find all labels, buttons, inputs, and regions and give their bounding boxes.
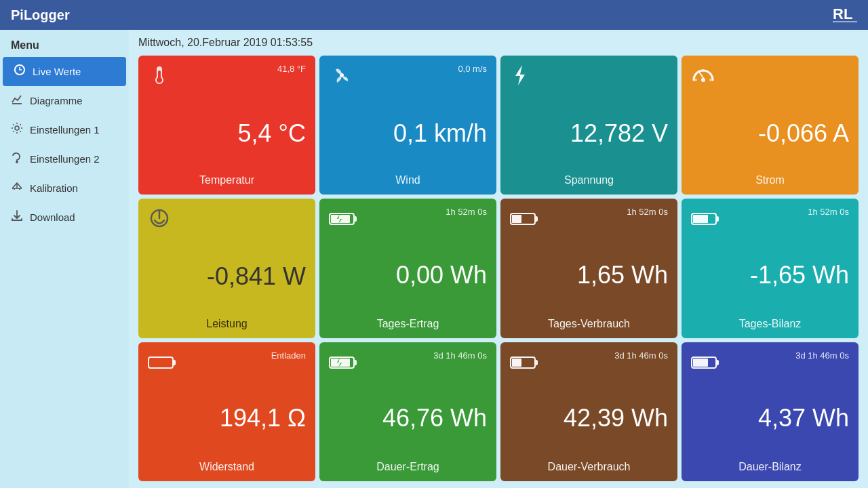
svg-rect-27 xyxy=(535,216,538,222)
tile-label-dauer-verbrauch: Dauer-Verbrauch xyxy=(510,461,668,473)
tile-label-dauer-bilanz: Dauer-Bilanz xyxy=(691,461,849,473)
menu-label: Menu xyxy=(0,30,129,57)
tile-label-leistung: Leistung xyxy=(148,318,306,330)
svg-marker-14 xyxy=(515,65,525,85)
svg-point-12 xyxy=(157,77,162,83)
tile-sub-dauer-bilanz: 3d 1h 46m 0s xyxy=(795,350,849,361)
tile-label-spannung: Spannung xyxy=(510,174,668,186)
tile-top-tages-verbrauch: 1h 52m 0s xyxy=(510,207,668,232)
battery-charging-icon xyxy=(329,207,357,232)
tile-value-wind: 0,1 km/h xyxy=(329,120,487,147)
tile-label-wind: Wind xyxy=(329,174,487,186)
tile-top-dauer-bilanz: 3d 1h 46m 0s xyxy=(691,350,849,375)
tile-value-dauer-bilanz: 4,37 Wh xyxy=(691,405,849,432)
sidebar-label-einstellungen1: Einstellungen 1 xyxy=(30,124,100,136)
tile-tages-bilanz: 1h 52m 0s -1,65 Wh Tages-Bilanz xyxy=(682,199,859,338)
tile-dauer-verbrauch: 3d 1h 46m 0s 42,39 Wh Dauer-Verbrauch xyxy=(500,342,677,481)
tile-top-strom xyxy=(691,64,849,92)
svg-rect-31 xyxy=(693,215,708,223)
tile-top-tages-bilanz: 1h 52m 0s xyxy=(691,207,849,232)
battery-half-icon xyxy=(691,207,719,232)
tile-label-tages-verbrauch: Tages-Verbrauch xyxy=(510,318,668,330)
lightning-icon xyxy=(510,64,530,92)
svg-rect-39 xyxy=(535,360,538,365)
tile-value-widerstand: 194,1 Ω xyxy=(148,405,306,432)
svg-point-18 xyxy=(709,79,712,81)
svg-rect-43 xyxy=(693,359,708,367)
kalibration-icon xyxy=(11,180,23,196)
sidebar-item-download[interactable]: Download xyxy=(0,203,129,232)
tile-dauer-bilanz: 3d 1h 46m 0s 4,37 Wh Dauer-Bilanz xyxy=(682,342,859,481)
tile-temperatur: 41,8 °F 5,4 °C Temperatur xyxy=(138,56,315,195)
tile-label-tages-ertrag: Tages-Ertrag xyxy=(329,318,487,330)
tile-tages-ertrag: 1h 52m 0s 0,00 Wh Tages-Ertrag xyxy=(319,199,496,338)
tile-top-temperatur: 41,8 °F xyxy=(148,64,306,92)
sidebar-item-kalibration[interactable]: Kalibration xyxy=(0,174,129,203)
tile-label-tages-bilanz: Tages-Bilanz xyxy=(691,318,849,330)
svg-rect-23 xyxy=(354,216,357,222)
svg-rect-33 xyxy=(173,360,176,365)
tile-strom: -0,066 A Strom xyxy=(682,56,859,195)
sidebar-label-kalibration: Kalibration xyxy=(30,182,78,194)
einstellungen2-icon xyxy=(11,151,23,167)
app-title: PiLogger xyxy=(11,7,70,23)
topbar: PiLogger RL xyxy=(0,0,868,30)
gauge-icon xyxy=(691,64,715,92)
svg-rect-28 xyxy=(512,215,521,223)
live-werte-icon xyxy=(14,64,26,79)
diagramme-icon xyxy=(11,93,23,108)
app-logo: RL xyxy=(833,3,857,27)
sidebar-label-einstellungen2: Einstellungen 2 xyxy=(30,153,100,165)
main-layout: Menu Live Werte Diagramme xyxy=(0,30,868,488)
svg-text:RL: RL xyxy=(833,5,852,22)
tile-dauer-ertrag: 3d 1h 46m 0s 46,76 Wh Dauer-Ertrag xyxy=(319,342,496,481)
tile-value-leistung: -0,841 W xyxy=(148,263,306,290)
download-icon xyxy=(11,209,23,225)
svg-point-3 xyxy=(15,126,19,130)
sidebar-label-diagramme: Diagramme xyxy=(30,95,83,106)
tile-label-dauer-ertrag: Dauer-Ertrag xyxy=(329,461,487,473)
tile-top-tages-ertrag: 1h 52m 0s xyxy=(329,207,487,232)
tile-label-strom: Strom xyxy=(691,174,849,186)
tile-value-spannung: 12,782 V xyxy=(510,120,668,147)
battery-half2-icon xyxy=(691,350,719,375)
thermometer-icon xyxy=(148,64,171,92)
tile-sub-tages-bilanz: 1h 52m 0s xyxy=(808,207,849,217)
tile-sub-tages-verbrauch: 1h 52m 0s xyxy=(627,207,668,217)
svg-point-19 xyxy=(702,69,705,72)
tile-leistung: -0,841 W Leistung xyxy=(138,199,315,338)
sidebar: Menu Live Werte Diagramme xyxy=(0,30,129,488)
tile-value-dauer-verbrauch: 42,39 Wh xyxy=(510,405,668,432)
tile-top-wind: 0,0 m/s xyxy=(329,64,487,92)
tile-top-dauer-verbrauch: 3d 1h 46m 0s xyxy=(510,350,668,375)
sidebar-item-diagramme[interactable]: Diagramme xyxy=(0,86,129,115)
sidebar-item-einstellungen2[interactable]: Einstellungen 2 xyxy=(0,144,129,174)
sidebar-label-live-werte: Live Werte xyxy=(33,66,81,77)
tile-value-tages-verbrauch: 1,65 Wh xyxy=(510,262,668,289)
tile-sub-dauer-verbrauch: 3d 1h 46m 0s xyxy=(614,350,668,361)
svg-rect-40 xyxy=(512,359,521,367)
tile-value-tages-ertrag: 0,00 Wh xyxy=(329,262,487,289)
tile-wind: 0,0 m/s 0,1 km/h Wind xyxy=(319,56,496,195)
tile-tages-verbrauch: 1h 52m 0s 1,65 Wh Tages-Verbrauch xyxy=(500,199,677,338)
tile-top-spannung xyxy=(510,64,668,92)
wind-icon xyxy=(329,64,355,92)
sidebar-item-live-werte[interactable]: Live Werte xyxy=(3,57,126,86)
tile-widerstand: Entladen 194,1 Ω Widerstand xyxy=(138,342,315,481)
tile-sub-tages-ertrag: 1h 52m 0s xyxy=(446,207,487,217)
tile-value-tages-bilanz: -1,65 Wh xyxy=(691,262,849,289)
battery-charging2-icon xyxy=(329,350,357,375)
discharge-icon xyxy=(148,350,176,375)
tile-sub-widerstand: Entladen xyxy=(271,350,306,361)
tile-sub-dauer-ertrag: 3d 1h 46m 0s xyxy=(433,350,487,361)
sidebar-item-einstellungen1[interactable]: Einstellungen 1 xyxy=(0,115,129,144)
svg-point-4 xyxy=(16,161,18,163)
tile-label-temperatur: Temperatur xyxy=(148,174,306,186)
plug-icon xyxy=(148,207,171,235)
einstellungen1-icon xyxy=(11,122,23,138)
tile-label-widerstand: Widerstand xyxy=(148,461,306,473)
svg-rect-30 xyxy=(716,216,719,222)
sidebar-label-download: Download xyxy=(30,211,75,223)
svg-rect-35 xyxy=(354,360,357,365)
battery-partial2-icon xyxy=(510,350,538,375)
